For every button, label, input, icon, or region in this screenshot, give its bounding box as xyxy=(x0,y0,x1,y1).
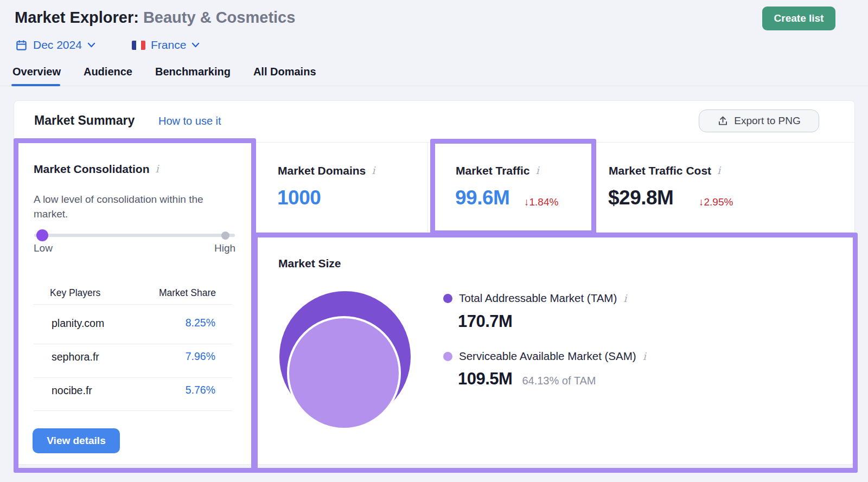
slider-high-label: High xyxy=(214,242,235,254)
create-list-button[interactable]: Create list xyxy=(762,7,835,30)
chevron-down-icon xyxy=(192,42,200,48)
info-icon[interactable]: i xyxy=(372,164,375,177)
tam-dot-icon xyxy=(443,294,452,303)
tab-bar-divider xyxy=(0,86,868,86)
info-icon[interactable]: i xyxy=(717,164,720,177)
export-to-png-button[interactable]: Export to PNG xyxy=(699,110,819,132)
chevron-down-icon xyxy=(87,42,95,48)
tab-all-domains[interactable]: All Domains xyxy=(253,66,316,86)
info-icon[interactable]: i xyxy=(536,164,539,177)
table-row-domain: planity.com xyxy=(52,317,104,330)
date-selector-label: Dec 2024 xyxy=(33,38,82,52)
market-domains-title: Market Domains xyxy=(278,164,366,177)
view-details-label: View details xyxy=(47,435,105,447)
sam-label: Serviceable Available Market (SAM) xyxy=(459,350,636,363)
consolidation-slider-knob xyxy=(36,229,48,241)
info-icon[interactable]: i xyxy=(623,292,627,305)
market-traffic-change: ↓1.84% xyxy=(524,196,558,208)
market-domains-header: Market Domains i xyxy=(278,164,375,177)
table-row-share: 7.96% xyxy=(145,350,215,363)
market-traffic-cost-header: Market Traffic Cost i xyxy=(609,164,720,177)
key-players-column-header: Key Players xyxy=(50,287,100,299)
how-to-use-link[interactable]: How to use it xyxy=(158,115,221,127)
consolidation-slider-end-dot xyxy=(221,232,229,240)
info-icon[interactable]: i xyxy=(643,350,646,363)
tab-bar: Overview Audience Benchmarking All Domai… xyxy=(12,66,316,86)
table-row-share: 8.25% xyxy=(145,317,215,329)
active-tab-underline xyxy=(11,84,60,86)
page-title-prefix: Market Explorer: xyxy=(15,9,139,26)
create-list-label: Create list xyxy=(774,12,824,24)
tab-audience[interactable]: Audience xyxy=(84,66,132,86)
table-divider xyxy=(34,304,232,305)
sam-share-of-tam: 64.13% of TAM xyxy=(522,375,596,387)
market-traffic-cost-change: ↓2.95% xyxy=(699,196,733,208)
market-consolidation-header: Market Consolidation i xyxy=(34,163,159,176)
column-divider xyxy=(596,143,596,232)
table-divider xyxy=(34,344,232,344)
market-consolidation-title: Market Consolidation xyxy=(34,163,150,176)
sam-value: 109.5M xyxy=(458,369,512,389)
export-to-png-label: Export to PNG xyxy=(734,115,801,127)
market-summary-title: Market Summary xyxy=(34,113,135,128)
market-traffic-value: 99.6M xyxy=(455,187,509,209)
page-title-market-name: Beauty & Cosmetics xyxy=(143,9,295,26)
country-selector[interactable]: France xyxy=(132,38,200,52)
column-divider xyxy=(427,143,428,232)
market-traffic-title: Market Traffic xyxy=(456,164,530,177)
market-traffic-header: Market Traffic i xyxy=(456,164,539,177)
tam-value: 170.7M xyxy=(458,312,512,331)
consolidation-description: A low level of consolidation within the … xyxy=(34,192,232,221)
sam-value-row: 109.5M 64.13% of TAM xyxy=(458,369,596,389)
table-row-share: 5.76% xyxy=(145,384,215,396)
market-share-column-header: Market Share xyxy=(145,287,216,299)
upload-icon xyxy=(717,115,729,127)
tam-legend: Total Addressable Market (TAM) i xyxy=(443,292,627,305)
table-row-domain: sephora.fr xyxy=(52,351,99,363)
market-traffic-cost-title: Market Traffic Cost xyxy=(609,164,711,177)
page-title: Market Explorer: Beauty & Cosmetics xyxy=(15,9,295,27)
table-row-domain: nocibe.fr xyxy=(52,384,92,397)
tab-overview[interactable]: Overview xyxy=(12,66,61,86)
france-flag-icon xyxy=(132,41,145,50)
country-selector-label: France xyxy=(151,38,186,52)
tam-label: Total Addressable Market (TAM) xyxy=(459,292,617,305)
sam-circle xyxy=(287,316,401,430)
sam-dot-icon xyxy=(443,352,452,361)
view-details-button[interactable]: View details xyxy=(33,428,120,453)
row-divider xyxy=(256,232,854,233)
tab-benchmarking[interactable]: Benchmarking xyxy=(155,66,231,86)
slider-low-label: Low xyxy=(34,242,53,254)
market-traffic-cost-value: $29.8M xyxy=(608,187,673,209)
consolidation-slider-track xyxy=(34,234,235,237)
market-domains-value: 1000 xyxy=(277,187,321,209)
calendar-icon xyxy=(15,39,28,52)
date-selector[interactable]: Dec 2024 xyxy=(15,38,95,52)
table-divider xyxy=(34,410,232,411)
card-header-divider xyxy=(14,142,854,143)
market-size-title: Market Size xyxy=(278,257,341,270)
table-divider xyxy=(34,377,232,378)
column-divider xyxy=(255,143,256,465)
info-icon[interactable]: i xyxy=(156,163,159,175)
sam-legend: Serviceable Available Market (SAM) i xyxy=(443,350,646,363)
